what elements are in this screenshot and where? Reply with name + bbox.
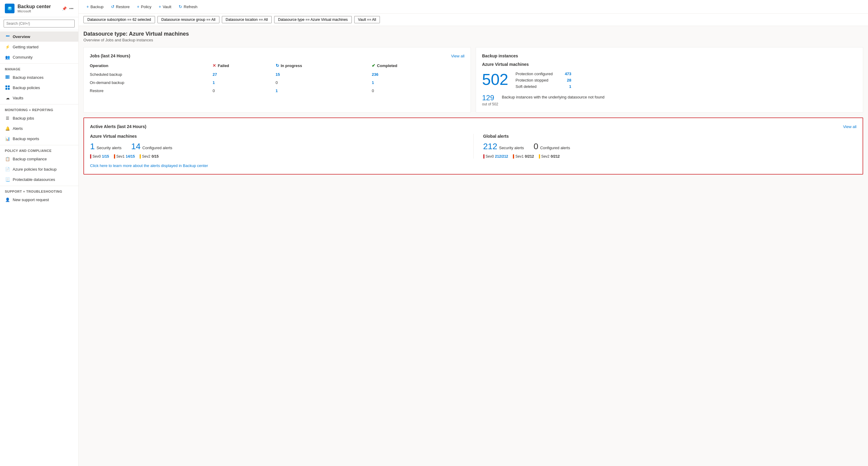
job-inprogress-2[interactable]: 1 [276, 89, 278, 93]
sev2-value[interactable]: 0/15 [151, 154, 158, 159]
alerts-card: Active Alerts (last 24 Hours) View all A… [84, 118, 863, 174]
doc-list-icon: 📃 [5, 177, 10, 182]
alerts-global-sev0: Sev0 212/212 [483, 154, 508, 159]
sidebar-header-icons[interactable]: 📌 ••• [62, 6, 73, 11]
global-sev1-bar [513, 154, 514, 159]
backup-instances-card: Backup instances Azure Virtual machines … [476, 47, 863, 113]
global-sev2-value[interactable]: 0/212 [551, 154, 560, 159]
sidebar-item-backup-reports[interactable]: 📊 Backup reports [0, 133, 78, 144]
svg-point-1 [9, 7, 10, 9]
job-failed-1[interactable]: 1 [213, 80, 215, 85]
pin-icon[interactable]: 📌 [62, 6, 67, 11]
alerts-columns: Azure Virtual machines 1 Security alerts… [90, 134, 857, 159]
sev1-value[interactable]: 14/15 [126, 154, 135, 159]
filter-vault[interactable]: Vault == All [354, 16, 380, 23]
search-input[interactable] [4, 20, 75, 28]
sidebar-item-protectable-datasources-label: Protectable datasources [13, 177, 55, 182]
doc-check-icon: 📋 [5, 156, 10, 162]
app-title-block: Backup center Microsoft [18, 4, 59, 13]
sev0-value[interactable]: 1/15 [102, 154, 109, 159]
filter-type[interactable]: Datasource type == Azure Virtual machine… [274, 16, 352, 23]
svg-point-5 [9, 78, 9, 78]
jobs-view-all-link[interactable]: View all [451, 54, 465, 58]
app-logo [5, 4, 14, 13]
alerts-azure-col: Azure Virtual machines 1 Security alerts… [90, 134, 464, 159]
cloud-icon [5, 34, 10, 39]
sidebar-item-backup-policies-label: Backup policies [13, 86, 40, 90]
alerts-global-sev2: Sev2 0/212 [539, 154, 560, 159]
sidebar-item-protectable-datasources[interactable]: 📃 Protectable datasources [0, 174, 78, 185]
job-completed-0[interactable]: 236 [372, 72, 378, 77]
sidebar-item-azure-policies[interactable]: 📄 Azure policies for backup [0, 164, 78, 174]
alerts-view-all-link[interactable]: View all [843, 125, 857, 129]
alerts-global-sev1: Sev1 0/212 [513, 154, 534, 159]
section-support: Support + troubleshooting [0, 186, 78, 195]
bi-detail-value-2[interactable]: 1 [569, 84, 571, 89]
global-sev0-value[interactable]: 212/212 [495, 154, 508, 159]
job-inprogress-0[interactable]: 15 [276, 72, 280, 77]
page-title: Datasource type: Azure Virtual machines [84, 31, 863, 37]
bi-secondary: 129 out of 502 Backup instances with the… [482, 94, 857, 106]
col-completed: ✔ Completed [372, 62, 465, 70]
sidebar-item-backup-instances[interactable]: Backup instances [0, 72, 78, 82]
sidebar-item-vaults[interactable]: ☁ Vaults [0, 93, 78, 103]
filter-location[interactable]: Datasource location == All [222, 16, 272, 23]
chart-icon: 📊 [5, 136, 10, 141]
section-manage: Manage [0, 63, 78, 72]
bi-detail-value-0[interactable]: 473 [565, 72, 571, 76]
sidebar-item-overview[interactable]: Overview [0, 31, 78, 42]
restore-button[interactable]: ↺ Restore [108, 2, 133, 11]
sidebar-item-alerts[interactable]: 🔔 Alerts [0, 123, 78, 133]
table-row: Scheduled backup 27 15 236 [90, 70, 465, 78]
sidebar-item-backup-jobs[interactable]: ☰ Backup jobs [0, 113, 78, 123]
svg-rect-7 [8, 86, 10, 87]
svg-point-4 [9, 76, 9, 76]
job-completed-1[interactable]: 1 [372, 80, 374, 85]
sidebar-item-getting-started[interactable]: ⚡ Getting started [0, 42, 78, 52]
content-area: Datasource type: Azure Virtual machines … [79, 26, 868, 466]
table-row: Restore 0 1 0 [90, 87, 465, 95]
sidebar-item-new-support[interactable]: 👤 New support request [0, 195, 78, 205]
sev1-label: Sev1 [116, 154, 125, 159]
jobs-card: Jobs (last 24 Hours) View all Operation … [84, 47, 471, 113]
sidebar-item-backup-compliance[interactable]: 📋 Backup compliance [0, 154, 78, 164]
backup-button[interactable]: + Backup [84, 2, 107, 11]
app-subtitle: Microsoft [18, 9, 59, 13]
sidebar-item-backup-policies[interactable]: Backup policies [0, 82, 78, 93]
bi-total-count[interactable]: 502 [482, 72, 508, 87]
job-operation-1: On-demand backup [90, 78, 213, 87]
alerts-global-configured-num[interactable]: 0 [534, 142, 538, 151]
backup-button-label: Backup [90, 4, 103, 9]
filter-subscription[interactable]: Datasource subscription == 62 selected [84, 16, 155, 23]
refresh-button[interactable]: ↻ Refresh [176, 2, 201, 11]
jobs-table: Operation ✕ Failed ↻ In progress [90, 62, 465, 95]
main-content: + Backup ↺ Restore + Policy + Vault ↻ Re… [79, 0, 868, 466]
section-monitoring: Monitoring + reporting [0, 104, 78, 113]
sidebar-item-community[interactable]: 👥 Community [0, 52, 78, 62]
bi-secondary-label: Backup instances with the underlying dat… [502, 95, 604, 99]
policy-button[interactable]: + Policy [134, 2, 154, 11]
vault-button[interactable]: + Vault [156, 2, 175, 11]
filter-resource-group[interactable]: Datasource resource group == All [157, 16, 219, 23]
alerts-azure-configured-num[interactable]: 14 [131, 142, 141, 151]
bi-secondary-count[interactable]: 129 [482, 94, 494, 102]
job-failed-0[interactable]: 27 [213, 72, 217, 77]
more-icon[interactable]: ••• [69, 6, 73, 11]
alerts-global-security-num[interactable]: 212 [483, 142, 497, 151]
alerts-azure-sev-row: Sev0 1/15 Sev1 14/15 Sev2 0/15 [90, 154, 464, 159]
server-icon [5, 75, 10, 80]
sev2-label: Sev2 [142, 154, 150, 159]
table-row: On-demand backup 1 0 1 [90, 78, 465, 87]
bi-detail-value-1[interactable]: 28 [567, 78, 571, 82]
backup-instances-card-title: Backup instances [482, 54, 857, 58]
bi-details: Protection configured 473 Protection sto… [516, 72, 571, 89]
svg-rect-8 [5, 88, 7, 90]
list-icon: ☰ [5, 115, 10, 121]
alerts-azure-security-num[interactable]: 1 [90, 142, 95, 151]
alerts-azure-counts: 1 Security alerts 14 Configured alerts [90, 142, 464, 151]
sidebar-item-vaults-label: Vaults [13, 96, 23, 100]
global-sev1-value[interactable]: 0/212 [525, 154, 534, 159]
sidebar-header: Backup center Microsoft 📌 ••• [0, 0, 78, 17]
alerts-learn-link[interactable]: Click here to learn more about the alert… [90, 163, 857, 168]
global-sev2-label: Sev2 [541, 154, 550, 159]
